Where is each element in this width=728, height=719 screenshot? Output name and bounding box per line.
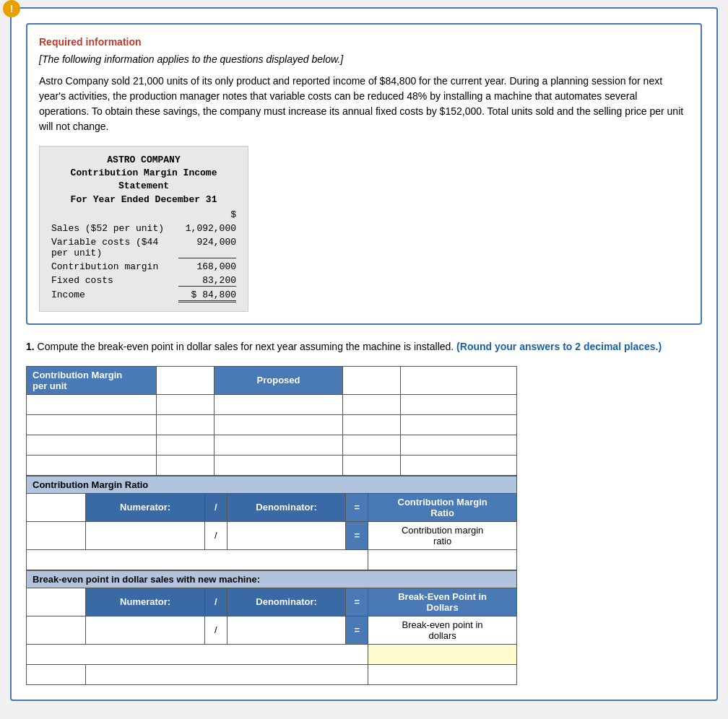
- cm-r2-c1[interactable]: [27, 414, 157, 435]
- cm-numerator-header: Numerator:: [86, 493, 205, 521]
- cm-ratio-h-empty: [27, 493, 86, 521]
- cm-equals-header: =: [346, 493, 368, 521]
- cm-r3-c5[interactable]: [400, 435, 516, 455]
- cm-per-unit-table: Contribution Marginper unit Proposed: [26, 366, 517, 476]
- cm-denominator-input[interactable]: [227, 521, 346, 549]
- cm-r3-c1[interactable]: [27, 435, 157, 455]
- breakeven-header-row: Numerator: / Denominator: = Break-Even P…: [27, 588, 517, 616]
- be-empty-bottom2-c1: [27, 664, 86, 684]
- be-empty-bottom2-c2: [86, 664, 368, 684]
- cm-denominator-header: Denominator:: [227, 493, 346, 521]
- cm-ratio-empty-bottom: [27, 549, 368, 570]
- cm-r4-c5[interactable]: [400, 455, 516, 475]
- required-info-section: Required information [The following info…: [26, 23, 702, 325]
- cm-r3-c4: [342, 435, 400, 455]
- cm-empty-col2: [342, 366, 400, 394]
- be-h-empty: [27, 588, 86, 616]
- cm-slash-header: /: [204, 493, 227, 521]
- breakeven-input-row: / = Break-even point indollars: [27, 616, 517, 644]
- main-container: ! Required information [The following in…: [10, 7, 718, 701]
- company-name: ASTRO COMPANY Contribution Margin Income…: [51, 154, 236, 206]
- cm-r1-c1[interactable]: [27, 394, 157, 414]
- be-denominator-header: Denominator:: [227, 588, 346, 616]
- be-result-empty2: [368, 664, 517, 684]
- be-empty1: [27, 616, 86, 644]
- subtitle-text: [The following information applies to th…: [39, 53, 689, 65]
- breakeven-label-row: Break-even point in dollar sales with ne…: [27, 570, 517, 588]
- be-empty-bottom1: [27, 644, 368, 664]
- cm-r2-c2: [157, 414, 214, 435]
- income-row: Income $ 84,800: [51, 288, 236, 304]
- proposed-header: Proposed: [214, 366, 342, 394]
- cm-empty-col1: [157, 366, 214, 394]
- cm-r4-c4: [342, 455, 400, 475]
- question1: 1. Compute the break-even point in dolla…: [26, 339, 702, 354]
- be-denominator-input[interactable]: [227, 616, 346, 644]
- cm-r4-c1[interactable]: [27, 455, 157, 475]
- body-text: Astro Company sold 21,000 units of its o…: [39, 74, 689, 134]
- cm-row-2: [27, 414, 517, 435]
- be-equals-cell: =: [346, 616, 368, 644]
- financial-statement: ASTRO COMPANY Contribution Margin Income…: [39, 146, 248, 312]
- be-result-yellow1[interactable]: [368, 644, 517, 664]
- be-result-header: Break-Even Point inDollars: [368, 588, 517, 616]
- be-numerator-input[interactable]: [86, 616, 205, 644]
- alert-icon: !: [3, 0, 20, 17]
- cm-slash-cell: /: [204, 521, 227, 549]
- cm-per-unit-section: Contribution Marginper unit Proposed: [26, 366, 702, 685]
- contribution-margin-row: Contribution margin 168,000: [51, 260, 236, 274]
- cm-ratio-result-empty[interactable]: [368, 549, 517, 570]
- breakeven-table: Break-even point in dollar sales with ne…: [26, 570, 517, 685]
- cm-result-header: Contribution MarginRatio: [368, 493, 517, 521]
- cm-r4-c2: [157, 455, 214, 475]
- cm-r1-c5[interactable]: [400, 394, 516, 414]
- cm-ratio-header-row: Numerator: / Denominator: = Contribution…: [27, 493, 517, 521]
- cm-ratio-label: Contribution Margin Ratio: [27, 476, 517, 493]
- cm-r3-c3[interactable]: [214, 435, 342, 455]
- fixed-costs-row: Fixed costs 83,200: [51, 274, 236, 288]
- breakeven-empty-row1: [27, 644, 517, 664]
- dollar-header: $: [51, 209, 236, 220]
- cm-r2-c5[interactable]: [400, 414, 516, 435]
- cm-per-unit-col-header: Contribution Marginper unit: [27, 366, 157, 394]
- cm-ratio-empty-row: [27, 549, 517, 570]
- variable-costs-row: Variable costs ($44per unit) 924,000: [51, 235, 236, 260]
- cm-ratio-empty1: [27, 521, 86, 549]
- cm-table-header-row: Contribution Marginper unit Proposed: [27, 366, 517, 394]
- be-result-value: Break-even point indollars: [368, 616, 517, 644]
- cm-row-4: [27, 455, 517, 475]
- cm-r2-c4: [342, 414, 400, 435]
- cm-r1-c4: [342, 394, 400, 414]
- cm-r3-c2: [157, 435, 214, 455]
- cm-numerator-input[interactable]: [86, 521, 205, 549]
- cm-r1-c3[interactable]: [214, 394, 342, 414]
- sales-row: Sales ($52 per unit) 1,092,000: [51, 222, 236, 235]
- cm-r4-c3[interactable]: [214, 455, 342, 475]
- required-title: Required information: [39, 36, 689, 48]
- cm-row-1: [27, 394, 517, 414]
- cm-ratio-table: Contribution Margin Ratio Numerator: / D…: [26, 476, 517, 570]
- be-slash-header: /: [204, 588, 227, 616]
- cm-row-3: [27, 435, 517, 455]
- cm-r1-c2: [157, 394, 214, 414]
- cm-ratio-label-row: Contribution Margin Ratio: [27, 476, 517, 493]
- be-equals-header: =: [346, 588, 368, 616]
- cm-r2-c3[interactable]: [214, 414, 342, 435]
- cm-ratio-input-row: / = Contribution marginratio: [27, 521, 517, 549]
- cm-equals-cell: =: [346, 521, 368, 549]
- be-numerator-header: Numerator:: [86, 588, 205, 616]
- cm-result-value: Contribution marginratio: [368, 521, 517, 549]
- be-slash-cell: /: [204, 616, 227, 644]
- breakeven-empty-row2: [27, 664, 517, 684]
- cm-empty-col3: [400, 366, 516, 394]
- breakeven-label: Break-even point in dollar sales with ne…: [27, 570, 517, 588]
